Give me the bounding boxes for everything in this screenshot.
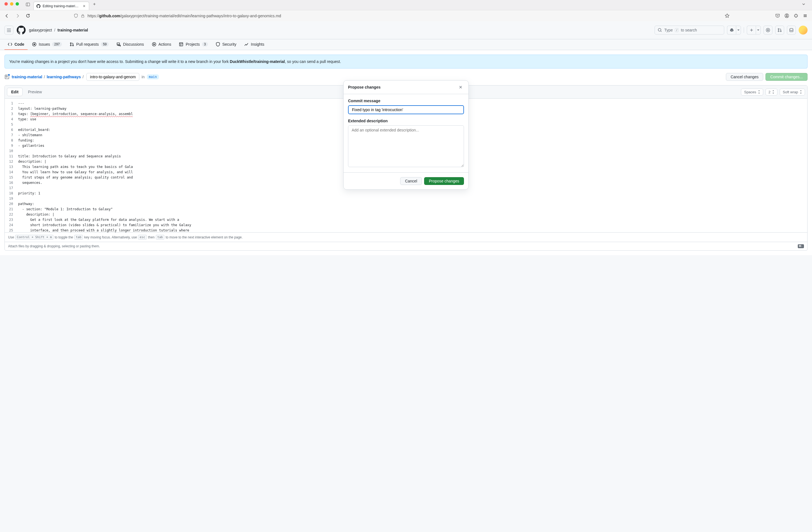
dialog-propose-button[interactable]: Propose changes: [424, 177, 464, 185]
commit-message-label: Commit message: [348, 99, 464, 103]
dialog-title: Propose changes: [348, 85, 381, 89]
propose-changes-dialog: Propose changes Commit message Extended …: [343, 80, 469, 190]
close-icon: [459, 85, 463, 89]
extended-description-label: Extended description: [348, 119, 464, 123]
dialog-cancel-button[interactable]: Cancel: [400, 177, 422, 185]
dialog-close-button[interactable]: [457, 84, 464, 90]
extended-description-input[interactable]: [348, 125, 464, 167]
commit-message-input[interactable]: [348, 105, 464, 114]
